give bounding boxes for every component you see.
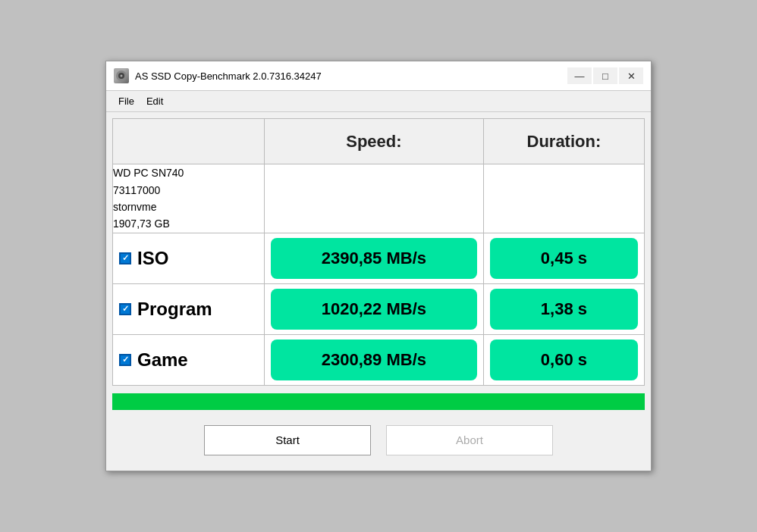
main-content: Speed: Duration: WD PC SN740 73117000 st… xyxy=(106,112,651,471)
iso-label: ISO xyxy=(137,248,168,269)
menu-bar: File Edit xyxy=(106,91,651,112)
game-speed-cell: 2300,89 MB/s xyxy=(265,334,484,385)
program-duration-cell: 1,38 s xyxy=(483,283,644,334)
game-row: Game 2300,89 MB/s 0,60 s xyxy=(113,334,645,385)
iso-speed-cell: 2390,85 MB/s xyxy=(265,233,484,283)
game-checkbox[interactable] xyxy=(119,354,131,366)
abort-button[interactable]: Abort xyxy=(386,425,553,455)
benchmark-table: Speed: Duration: WD PC SN740 73117000 st… xyxy=(112,118,645,386)
game-label-cell: Game xyxy=(113,334,265,385)
game-duration: 0,60 s xyxy=(490,340,638,380)
program-speed-cell: 1020,22 MB/s xyxy=(265,283,484,334)
device-line1: WD PC SN740 xyxy=(113,164,264,181)
progress-bar-fill xyxy=(112,393,645,410)
title-controls: — □ ✕ xyxy=(567,67,643,84)
device-header-cell xyxy=(113,119,265,164)
iso-label-cell: ISO xyxy=(113,233,265,283)
device-row: WD PC SN740 73117000 stornvme 1907,73 GB xyxy=(113,164,645,233)
program-checkbox[interactable] xyxy=(119,303,131,315)
speed-header: Speed: xyxy=(265,119,484,164)
menu-file[interactable]: File xyxy=(112,93,140,109)
progress-bar-container xyxy=(112,393,645,410)
title-bar-left: AS SSD Copy-Benchmark 2.0.7316.34247 xyxy=(114,68,322,83)
start-button[interactable]: Start xyxy=(204,425,371,455)
svg-point-2 xyxy=(121,75,123,77)
app-icon xyxy=(114,68,129,83)
iso-speed: 2390,85 MB/s xyxy=(271,238,477,279)
game-duration-cell: 0,60 s xyxy=(483,334,644,385)
program-label: Program xyxy=(137,299,212,320)
game-label: Game xyxy=(137,349,188,371)
duration-header: Duration: xyxy=(483,119,644,164)
iso-duration-cell: 0,45 s xyxy=(483,233,644,283)
minimize-button[interactable]: — xyxy=(567,67,592,84)
program-label-wrapper: Program xyxy=(119,299,258,320)
game-label-wrapper: Game xyxy=(119,349,258,371)
device-line2: 73117000 xyxy=(113,182,264,199)
main-window: AS SSD Copy-Benchmark 2.0.7316.34247 — □… xyxy=(105,61,652,471)
program-speed: 1020,22 MB/s xyxy=(271,289,477,330)
device-line3: stornvme xyxy=(113,199,264,215)
maximize-button[interactable]: □ xyxy=(593,67,617,84)
program-duration: 1,38 s xyxy=(490,289,638,330)
device-info: WD PC SN740 73117000 stornvme 1907,73 GB xyxy=(113,164,264,233)
iso-checkbox[interactable] xyxy=(119,252,131,264)
title-bar: AS SSD Copy-Benchmark 2.0.7316.34247 — □… xyxy=(106,61,651,91)
header-row: Speed: Duration: xyxy=(113,119,645,164)
iso-label-wrapper: ISO xyxy=(119,248,258,269)
device-line4: 1907,73 GB xyxy=(113,215,264,232)
device-cell: WD PC SN740 73117000 stornvme 1907,73 GB xyxy=(113,164,265,233)
game-speed: 2300,89 MB/s xyxy=(271,340,477,380)
menu-edit[interactable]: Edit xyxy=(140,93,169,109)
iso-row: ISO 2390,85 MB/s 0,45 s xyxy=(113,233,645,283)
device-duration-empty xyxy=(483,164,644,233)
device-speed-empty xyxy=(265,164,484,233)
window-title: AS SSD Copy-Benchmark 2.0.7316.34247 xyxy=(135,70,322,82)
program-row: Program 1020,22 MB/s 1,38 s xyxy=(113,283,645,334)
button-row: Start Abort xyxy=(112,419,645,465)
close-button[interactable]: ✕ xyxy=(619,67,643,84)
program-label-cell: Program xyxy=(113,283,265,334)
iso-duration: 0,45 s xyxy=(490,238,638,279)
